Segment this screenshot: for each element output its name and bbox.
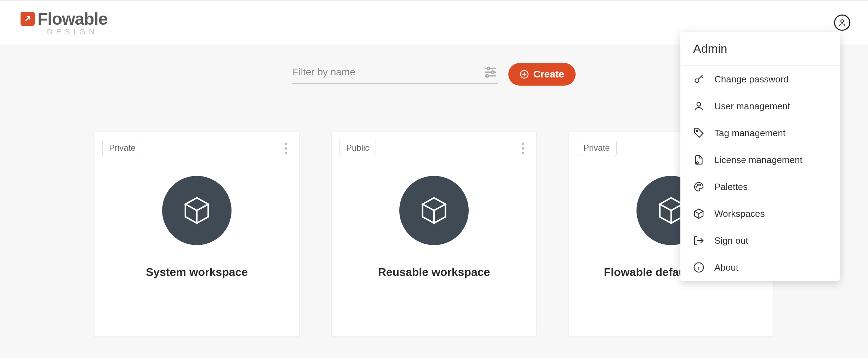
menu-title: Admin (680, 32, 840, 66)
card-title: Reusable workspace (371, 266, 497, 279)
filter-wrap (292, 65, 498, 84)
cube-icon (162, 176, 232, 245)
svg-point-4 (492, 71, 494, 74)
menu-item-sign-out[interactable]: Sign out (680, 227, 840, 254)
menu-item-label: Palettes (714, 181, 827, 192)
license-icon (693, 154, 704, 166)
svg-point-11 (697, 102, 701, 106)
brand-logo[interactable]: Flowable DESIGN (21, 9, 107, 36)
card-title: System workspace (139, 266, 255, 279)
card-menu-button[interactable] (517, 140, 529, 157)
menu-item-label: Workspaces (714, 208, 827, 219)
menu-item-label: Tag management (714, 128, 827, 139)
cube-icon (693, 208, 704, 219)
create-button[interactable]: Create (508, 63, 575, 86)
workspace-card[interactable]: Public Reusable workspace (331, 132, 537, 337)
visibility-badge: Private (577, 140, 617, 156)
brand-sub: DESIGN (47, 27, 98, 36)
menu-item-palettes[interactable]: Palettes (680, 173, 840, 200)
key-icon (693, 74, 704, 85)
menu-item-license-management[interactable]: License management (680, 146, 840, 173)
menu-item-change-password[interactable]: Change password (680, 66, 840, 93)
menu-item-label: Change password (714, 74, 827, 85)
menu-item-tag-management[interactable]: Tag management (680, 120, 840, 146)
visibility-badge: Public (339, 140, 376, 156)
menu-item-label: About (714, 262, 827, 273)
cube-icon (399, 176, 469, 245)
workspace-card[interactable]: Private System workspace (94, 132, 299, 337)
svg-point-13 (696, 162, 698, 163)
signout-icon (693, 235, 704, 246)
svg-point-10 (695, 79, 699, 83)
svg-point-14 (696, 186, 697, 187)
svg-point-15 (697, 184, 698, 185)
logo-mark-icon (21, 12, 35, 26)
plus-circle-icon (520, 70, 529, 79)
svg-point-0 (841, 20, 844, 23)
menu-item-label: User management (714, 101, 827, 112)
palette-icon (693, 181, 704, 192)
menu-item-label: License management (714, 155, 827, 166)
create-label: Create (533, 69, 564, 80)
menu-item-workspaces[interactable]: Workspaces (680, 200, 840, 227)
svg-point-6 (486, 75, 489, 77)
menu-item-label: Sign out (714, 235, 827, 246)
menu-item-user-management[interactable]: User management (680, 93, 840, 120)
visibility-badge: Private (102, 140, 142, 156)
filter-input[interactable] (292, 67, 483, 78)
svg-point-16 (700, 184, 701, 185)
svg-point-2 (487, 67, 490, 70)
tag-icon (693, 127, 704, 139)
card-menu-button[interactable] (280, 140, 291, 157)
info-icon (693, 262, 704, 273)
menu-item-about[interactable]: About (680, 254, 840, 281)
sliders-icon[interactable] (483, 65, 498, 80)
svg-point-12 (696, 131, 698, 132)
user-menu-button[interactable] (834, 15, 850, 31)
brand-name: Flowable (38, 9, 107, 29)
user-icon (693, 100, 704, 112)
user-dropdown-menu: Admin Change password User management Ta… (680, 32, 840, 281)
